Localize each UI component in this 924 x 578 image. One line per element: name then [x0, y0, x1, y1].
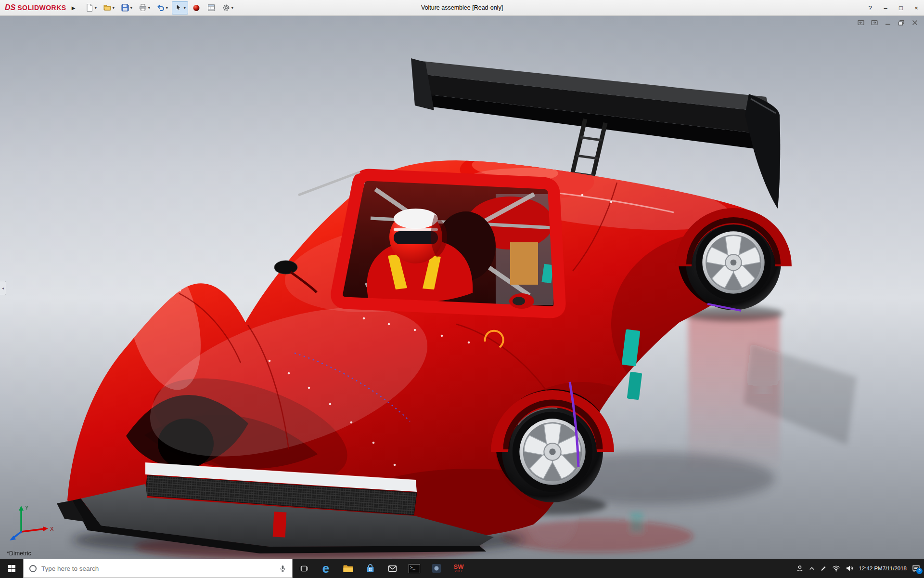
people-icon [796, 565, 804, 572]
hidden-icons-button[interactable] [809, 566, 815, 571]
task-view-icon [299, 565, 308, 572]
dropdown-caret-icon: ▾ [184, 6, 186, 10]
mail-button[interactable] [381, 559, 403, 578]
clock-date: 7/11/2018 [883, 565, 907, 572]
notification-badge: 2 [916, 568, 923, 574]
solidworks-wordmark: SOLIDWORKS [17, 4, 66, 12]
quick-access-toolbar: ▾ ▾ ▾ ▾ ▾ ▾ [83, 1, 236, 14]
taskbar: e >_ [0, 559, 924, 578]
file-explorer-button[interactable] [337, 559, 359, 578]
help-button[interactable]: ? [862, 0, 878, 16]
store-button[interactable] [359, 559, 381, 578]
graphics-area: ◂ Y X *Dimetric [0, 16, 924, 559]
edit-appearance-button[interactable] [190, 1, 203, 14]
dropdown-caret-icon: ▾ [231, 6, 233, 10]
undo-button[interactable]: ▾ [154, 1, 170, 14]
windows-logo-icon [8, 565, 16, 573]
left-mirror[interactable] [274, 261, 297, 274]
system-tray: 12:42 PM 7/11/2018 2 [796, 559, 924, 578]
titlebar: DS SOLIDWORKS ▶ ▾ ▾ ▾ ▾ ▾ [0, 0, 924, 16]
folder-icon [343, 565, 353, 573]
dropdown-caret-icon: ▾ [166, 6, 168, 10]
new-document-button[interactable]: ▾ [83, 1, 99, 14]
gear-icon [222, 3, 231, 12]
3d-viewport-canvas[interactable] [0, 16, 924, 559]
action-center-button[interactable]: 2 [912, 565, 920, 572]
store-bag-icon [366, 564, 375, 573]
screen: DS SOLIDWORKS ▶ ▾ ▾ ▾ ▾ ▾ [0, 0, 924, 578]
app-icon [432, 564, 441, 573]
print-icon [139, 3, 147, 12]
start-button[interactable] [0, 559, 23, 578]
edge-browser-button[interactable]: e [315, 559, 337, 578]
dropdown-caret-icon: ▾ [95, 6, 97, 10]
dropdown-caret-icon: ▾ [130, 6, 132, 10]
doc-close-button[interactable] [911, 20, 918, 26]
appearance-sphere-icon [192, 3, 201, 12]
close-button[interactable]: × [909, 0, 924, 16]
speaker-icon [846, 565, 853, 572]
window-controls: ? – □ × [862, 0, 924, 16]
view-orientation-label: *Dimetric [7, 550, 31, 557]
command-prompt-button[interactable]: >_ [403, 559, 425, 578]
task-view-button[interactable] [293, 559, 315, 578]
mail-envelope-icon [388, 565, 397, 572]
minimize-button[interactable]: – [878, 0, 893, 16]
print-button[interactable]: ▾ [136, 1, 153, 14]
pen-icon [820, 565, 827, 572]
people-button[interactable] [796, 565, 804, 572]
flyout-arrow-icon: ◂ [2, 286, 4, 290]
select-tool-button[interactable]: ▾ [172, 1, 188, 14]
maximize-button[interactable]: □ [893, 0, 909, 16]
search-input[interactable] [41, 565, 274, 572]
open-folder-icon [103, 3, 112, 12]
expand-arrow-icon: ▶ [72, 5, 76, 11]
triad-x-label: X [50, 526, 54, 532]
window-title: Voiture assemblee [Read-only] [421, 4, 503, 11]
network-button[interactable] [832, 565, 840, 572]
tile-left-button[interactable] [858, 20, 864, 26]
edge-icon: e [322, 562, 329, 575]
clock-time: 12:42 PM [859, 565, 882, 572]
chevron-up-icon [809, 566, 815, 571]
new-document-icon [85, 3, 94, 12]
save-icon [121, 3, 129, 12]
property-sheet-button[interactable] [205, 1, 218, 14]
microphone-icon[interactable] [279, 565, 286, 573]
dropdown-caret-icon: ▾ [113, 6, 115, 10]
windows-ink-button[interactable] [820, 565, 827, 572]
volume-button[interactable] [846, 565, 853, 572]
doc-minimize-button[interactable] [885, 20, 891, 26]
tile-right-button[interactable] [871, 20, 878, 26]
dropdown-caret-icon: ▾ [148, 6, 150, 10]
clock[interactable]: 12:42 PM 7/11/2018 [859, 565, 907, 572]
property-sheet-icon [207, 3, 216, 12]
document-window-controls [858, 20, 918, 26]
search-icon [29, 565, 37, 572]
options-button[interactable]: ▾ [219, 1, 236, 14]
console-icon: >_ [409, 564, 420, 573]
ds-logo-mark: DS [5, 3, 15, 12]
triad-y-label: Y [25, 505, 29, 511]
solidworks-taskbar-button[interactable]: SW 2017 [448, 559, 470, 578]
menu-expand-button[interactable]: ▶ [69, 2, 78, 13]
solidworks-logo: DS SOLIDWORKS [5, 3, 66, 12]
feature-tree-flyout-tab[interactable]: ◂ [0, 281, 6, 295]
taskbar-search[interactable] [23, 559, 293, 578]
orientation-triad[interactable]: Y X [7, 502, 60, 542]
solidworks-app-icon: SW 2017 [454, 564, 464, 573]
taskbar-app-button[interactable] [425, 559, 448, 578]
doc-restore-button[interactable] [898, 20, 905, 26]
network-wifi-icon [832, 565, 840, 572]
select-cursor-icon [174, 3, 183, 12]
open-button[interactable]: ▾ [101, 1, 117, 14]
undo-icon [156, 3, 165, 12]
save-button[interactable]: ▾ [118, 1, 135, 14]
sw-year: 2017 [455, 570, 462, 573]
